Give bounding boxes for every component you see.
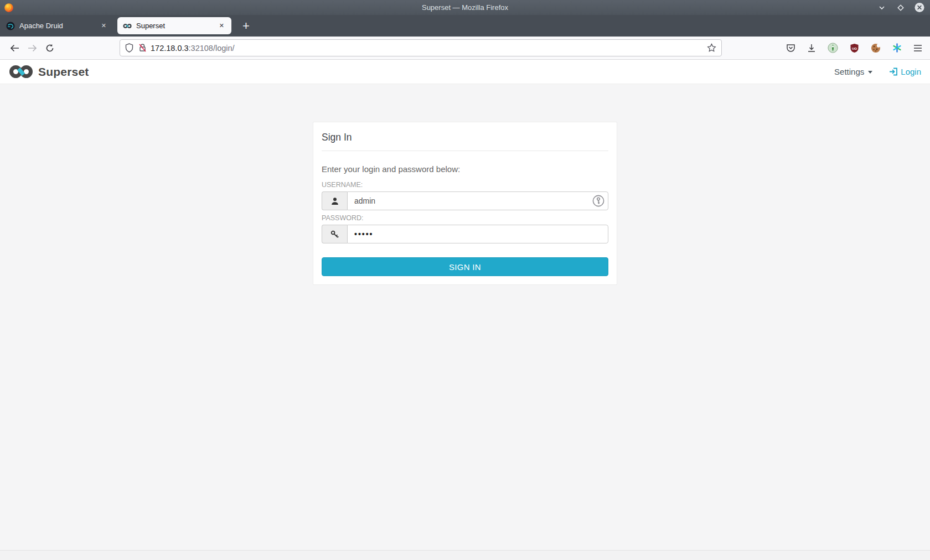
settings-label: Settings	[834, 67, 864, 76]
extension-shield-icon[interactable]: UO	[850, 43, 859, 53]
back-icon[interactable]	[6, 40, 23, 56]
minimize-icon[interactable]	[877, 3, 887, 13]
url-host: 172.18.0.3	[151, 44, 189, 53]
login-label: Login	[901, 67, 921, 76]
maximize-icon[interactable]	[896, 3, 906, 13]
caret-down-icon	[868, 71, 872, 74]
window-title: Superset — Mozilla Firefox	[0, 3, 930, 12]
menu-hamburger-icon[interactable]	[913, 44, 922, 52]
settings-menu[interactable]: Settings	[834, 67, 872, 76]
tab-title: Superset	[136, 22, 216, 30]
reload-icon[interactable]	[41, 40, 59, 56]
instruction-text: Enter your login and password below:	[322, 164, 608, 174]
superset-logo-icon	[9, 64, 33, 79]
tab-apache-druid[interactable]: Apache Druid ✕	[0, 15, 113, 37]
page-content: Sign In Enter your login and password be…	[0, 84, 930, 550]
brand-name: Superset	[38, 65, 89, 79]
extension-cookie-icon[interactable]	[871, 43, 881, 53]
extension-asterisk-icon[interactable]	[892, 43, 902, 53]
tab-close-icon[interactable]: ✕	[216, 20, 227, 31]
superset-brand[interactable]: Superset	[9, 64, 89, 79]
page-footer	[0, 550, 930, 560]
password-input-group	[322, 225, 608, 243]
card-title: Sign In	[322, 132, 608, 151]
forward-icon[interactable]	[23, 40, 41, 56]
druid-favicon-icon	[6, 22, 15, 30]
insecure-lock-icon[interactable]	[138, 43, 147, 53]
password-label: PASSWORD:	[322, 214, 608, 222]
sign-in-card: Sign In Enter your login and password be…	[313, 122, 617, 285]
extension-green-icon[interactable]	[828, 43, 838, 53]
url-bar[interactable]: 172.18.0.3:32108/login/	[120, 39, 722, 56]
sign-in-icon	[889, 68, 898, 76]
tab-title: Apache Druid	[19, 22, 99, 30]
app-navbar: Superset Settings Login	[0, 60, 930, 84]
password-input[interactable]	[347, 225, 608, 243]
tab-strip: Apache Druid ✕ Superset ✕ +	[0, 15, 930, 37]
url-path: :32108/login/	[189, 44, 235, 53]
browser-toolbar: 172.18.0.3:32108/login/ UO	[0, 37, 930, 60]
new-tab-button[interactable]: +	[236, 18, 256, 34]
username-label: USERNAME:	[322, 181, 608, 189]
sign-in-button[interactable]: SIGN IN	[322, 257, 608, 276]
url-text[interactable]: 172.18.0.3:32108/login/	[151, 44, 707, 53]
password-manager-key-icon[interactable]	[592, 195, 604, 207]
pocket-icon[interactable]	[786, 44, 795, 53]
bookmark-star-icon[interactable]	[707, 43, 716, 53]
close-window-icon[interactable]	[914, 3, 924, 13]
key-icon	[322, 225, 347, 243]
login-link[interactable]: Login	[889, 67, 921, 76]
svg-text:UO: UO	[852, 46, 857, 50]
window-titlebar: Superset — Mozilla Firefox	[0, 0, 930, 15]
username-input-group	[322, 191, 608, 210]
superset-favicon-icon	[123, 22, 132, 30]
firefox-logo-icon	[4, 3, 14, 13]
tab-superset[interactable]: Superset ✕	[117, 17, 231, 34]
tab-close-icon[interactable]: ✕	[99, 20, 109, 31]
user-icon	[322, 191, 347, 210]
username-input[interactable]	[347, 191, 608, 210]
download-icon[interactable]	[807, 44, 816, 53]
tracking-shield-icon[interactable]	[125, 43, 133, 53]
